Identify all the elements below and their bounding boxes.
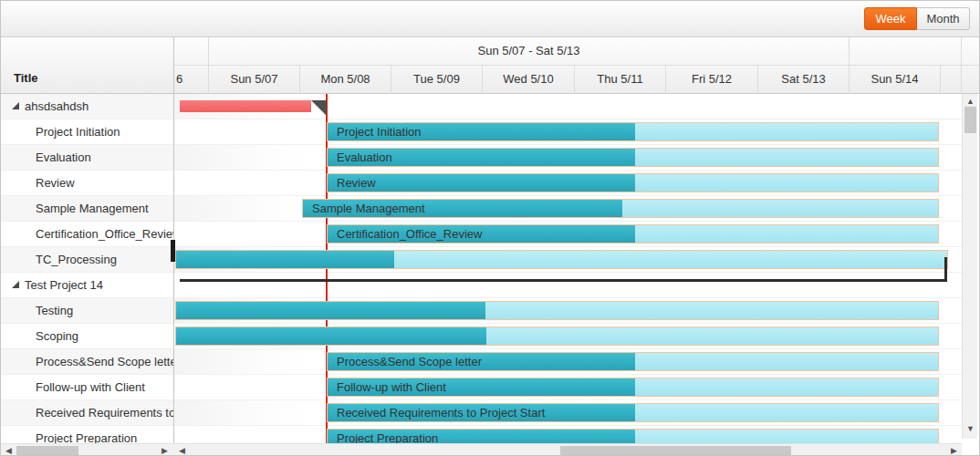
treelist-row-testing[interactable]: Testing (1, 298, 173, 324)
timeline-header: Sun 5/07 - Sat 5/13 6 Sun 5/07 Mon 5/08 … (174, 37, 980, 94)
collapse-icon[interactable] (12, 281, 19, 288)
week-cell-current: Sun 5/07 - Sat 5/13 (209, 37, 850, 66)
day-cell-thu-511: Thu 5/11 (575, 66, 666, 94)
treelist-row-follow-up-with-client[interactable]: Follow-up with Client (1, 375, 173, 400)
vertical-scrollbar[interactable]: ▲ ▼ (962, 94, 977, 439)
treelist-row-test-project-14[interactable]: Test Project 14 (1, 273, 173, 298)
task-progress (176, 302, 485, 319)
week-view-button[interactable]: Week (864, 7, 917, 30)
scroll-right-icon[interactable]: ▶ (948, 445, 960, 456)
chart-horizontal-scrollbar-thumb[interactable] (560, 446, 791, 456)
summary-bar-ahsdsahdsh[interactable] (180, 100, 311, 112)
treelist-row-tc-processing[interactable]: TC_Processing (1, 247, 173, 273)
collapse-icon[interactable] (12, 102, 19, 109)
treelist-row-project-initiation[interactable]: Project Initiation (1, 119, 173, 145)
gantt-widget: Week Month Title ahsdsahdsh Project Init… (0, 0, 980, 456)
treelist-row-review[interactable]: Review (1, 171, 173, 196)
treelist-horizontal-scrollbar-thumb[interactable] (16, 446, 78, 456)
scroll-right-icon[interactable]: ▶ (159, 445, 171, 456)
task-bar-project-initiation[interactable]: Project Initiation (327, 122, 939, 141)
view-switcher: Week Month (864, 7, 970, 30)
treelist-horizontal-scrollbar[interactable]: ◀ ▶ (1, 443, 174, 456)
day-cell-fri-512: Fri 5/12 (666, 66, 758, 94)
day-cell-tue-509: Tue 5/09 (391, 66, 483, 94)
day-cell-wed-510: Wed 5/10 (483, 66, 575, 94)
day-cell-sat-513: Sat 5/13 (758, 66, 850, 94)
timeline-day-row: 6 Sun 5/07 Mon 5/08 Tue 5/09 Wed 5/10 Th… (174, 66, 980, 94)
treelist-row-scoping[interactable]: Scoping (1, 324, 173, 349)
summary-bar-end-cap-icon (311, 100, 327, 116)
gantt-chart-area: Project Initiation Evaluation Review Sam… (174, 94, 962, 446)
title-column-header: Title (14, 71, 38, 85)
treelist-row-received-requirements[interactable]: Received Requirements to Project Start (1, 400, 173, 426)
task-bar-review[interactable]: Review (327, 173, 939, 192)
gantt-toolbar: Week Month (1, 1, 979, 37)
task-bar-testing[interactable] (175, 301, 939, 320)
treelist-row-ahsdsahdsh[interactable]: ahsdsahdsh (1, 94, 173, 119)
scroll-left-icon[interactable]: ◀ (176, 445, 188, 456)
day-cell-mon-508: Mon 5/08 (300, 66, 391, 94)
task-treelist: Title ahsdsahdsh Project Initiation Eval… (1, 37, 174, 456)
task-bar-follow-up-with-client[interactable]: Follow-up with Client (327, 378, 939, 397)
day-cell-partial: 6 (174, 66, 209, 94)
scroll-left-icon[interactable]: ◀ (3, 445, 15, 456)
day-cell-partial-right (941, 66, 962, 94)
month-view-button[interactable]: Month (917, 7, 970, 30)
task-bar-evaluation[interactable]: Evaluation (327, 148, 939, 167)
treelist-row-evaluation[interactable]: Evaluation (1, 145, 173, 171)
task-bar-scoping[interactable] (175, 326, 939, 346)
treelist-row-sample-management[interactable]: Sample Management (1, 196, 173, 222)
treelist-row-process-send-scope-letter[interactable]: Process&Send Scope letter (1, 349, 173, 375)
day-cell-sun-514: Sun 5/14 (850, 66, 941, 94)
scrollbar-corner (962, 439, 980, 456)
summary-bar-test-project-14[interactable] (180, 257, 947, 282)
chart-horizontal-scrollbar[interactable]: ◀ ▶ (174, 443, 962, 456)
treelist-row-certification-office-review[interactable]: Certification_Office_Review (1, 222, 173, 247)
week-cell-next (850, 37, 962, 66)
task-bar-certification-office-review[interactable]: Certification_Office_Review (327, 224, 939, 244)
scroll-down-icon[interactable]: ▼ (964, 423, 976, 435)
timeline-week-row: Sun 5/07 - Sat 5/13 (174, 37, 980, 66)
task-progress (176, 327, 486, 345)
vertical-scrollbar-thumb[interactable] (964, 107, 976, 133)
day-cell-sun-507: Sun 5/07 (209, 66, 300, 94)
week-cell-partial (174, 37, 209, 66)
task-bar-process-send-scope-letter[interactable]: Process&Send Scope letter (327, 352, 939, 371)
task-bar-sample-management[interactable]: Sample Management (302, 199, 939, 218)
task-bar-received-requirements[interactable]: Received Requirements to Project Start (327, 403, 939, 422)
splitter-drag-handle[interactable] (171, 240, 175, 262)
treelist-header: Title (1, 37, 173, 94)
